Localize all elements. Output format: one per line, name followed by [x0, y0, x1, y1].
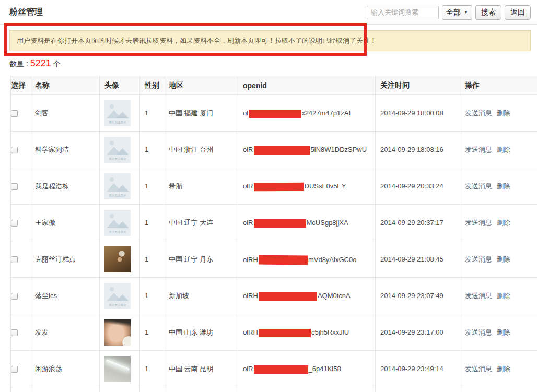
table-row: 克丽丝汀糕点 图片无法显示 1 中国 辽宁 丹东 olRHmVd8yAixGC0… [11, 241, 537, 278]
svg-text:图片无法显示: 图片无法显示 [109, 157, 127, 161]
delete-link[interactable]: 删除 [497, 365, 510, 373]
notice-bar: 用户资料是在你打开本页面的时候才去腾讯拉取资料，如果资料不全，刷新本页即可！拉取… [9, 30, 531, 51]
follow-time: 2014-09-29 18:00:08 [380, 109, 443, 117]
openid-suffix: mVd8yAixGC0o [308, 256, 356, 264]
svg-text:图片无法显示: 图片无法显示 [109, 230, 127, 234]
fan-count-unit: 个 [53, 60, 61, 69]
select-cell [11, 205, 30, 241]
follow-time: 2014-09-29 18:08:16 [380, 146, 443, 153]
table-row: 我是程浩栋 图片无法显示 1 希腊 olRDUSsF0v5EY 2014-09-… [11, 168, 537, 205]
avatar: 图片无法显示 [104, 210, 131, 236]
delete-link[interactable]: 删除 [497, 182, 510, 190]
table-row: 闲游浪荡 图片无法显示 1 中国 云南 昆明 olR_6p41Ki58 2014… [11, 351, 537, 387]
chevron-down-icon: ▼ [464, 10, 468, 15]
fan-count-label: 数量 : [9, 60, 28, 69]
page-header: 粉丝管理 全部 ▼ 搜索 返回 [0, 0, 537, 25]
openid-prefix: olR [243, 219, 253, 227]
header-openid: openid [238, 76, 376, 95]
name-cell: 发发 [30, 314, 100, 351]
delete-link[interactable]: 删除 [497, 292, 510, 300]
gender-cell: 1 [140, 132, 164, 168]
openid-prefix: olRH [243, 292, 258, 300]
gender-cell: 1 [140, 168, 164, 205]
select-cell [11, 168, 30, 205]
send-message-link[interactable]: 发送消息 [465, 109, 492, 117]
follow-time: 2014-09-29 20:37:17 [380, 219, 443, 227]
fan-count-line: 数量 : 5221 个 [9, 58, 537, 69]
actions-cell: 发送消息 删除 [460, 314, 537, 351]
openid-prefix: olR [243, 182, 253, 190]
name-cell: 落尘lcs [30, 278, 100, 314]
delete-link[interactable]: 删除 [497, 109, 510, 117]
row-checkbox[interactable] [11, 110, 18, 117]
avatar: 图片无法显示 [104, 100, 131, 126]
page-title: 粉丝管理 [9, 7, 43, 18]
delete-link[interactable]: 删除 [497, 328, 510, 336]
actions-cell: 发送消息 删除 [460, 132, 537, 168]
delete-link[interactable]: 删除 [497, 255, 510, 263]
send-message-link[interactable]: 发送消息 [465, 182, 492, 190]
delete-link[interactable]: 删除 [497, 146, 510, 153]
gender-cell: 1 [140, 351, 164, 387]
follow-time: 2014-09-29 21:08:45 [380, 255, 443, 263]
row-checkbox[interactable] [11, 293, 18, 300]
openid-cell: olR5iN8W1DDzSPwU [238, 132, 376, 168]
name-cell: 克丽丝汀糕点 [30, 241, 100, 278]
row-checkbox[interactable] [11, 147, 18, 153]
broken-image-placeholder-icon: 图片无法显示 [104, 283, 131, 309]
back-button[interactable]: 返回 [505, 5, 531, 20]
openid-redaction-bar [249, 110, 301, 118]
follow-time-cell: 2014-09-29 20:33:24 [376, 168, 460, 205]
send-message-link[interactable]: 发送消息 [465, 328, 492, 336]
filter-select-value: 全部 [446, 8, 461, 17]
openid-cell: olRDUSsF0v5EY [238, 168, 376, 205]
send-message-link[interactable]: 发送消息 [465, 292, 492, 300]
row-checkbox[interactable] [11, 220, 18, 227]
header-region: 地区 [164, 76, 238, 95]
openid-redaction-bar [254, 365, 308, 374]
header-name: 名称 [30, 76, 100, 95]
actions-cell: 发送消息 删除 [460, 168, 537, 205]
send-message-link[interactable]: 发送消息 [465, 365, 492, 373]
send-message-link[interactable]: 发送消息 [465, 255, 492, 263]
svg-text:图片无法显示: 图片无法显示 [109, 194, 127, 197]
region-cell: 中国 福建 厦门 [164, 95, 238, 132]
avatar-cell: 图片无法显示 [100, 168, 140, 205]
select-cell [11, 95, 30, 132]
avatar-cell: 图片无法显示 [100, 132, 140, 168]
search-input[interactable] [367, 6, 439, 19]
follow-time: 2014-09-29 23:07:49 [380, 292, 443, 300]
gender-cell: 1 [140, 95, 164, 132]
notice-text: 用户资料是在你打开本页面的时候才去腾讯拉取资料，如果资料不全，刷新本页即可！拉取… [17, 36, 377, 45]
avatar-cell: 图片无法显示 [100, 278, 140, 314]
openid-cell: olRHmVd8yAixGC0o [238, 241, 376, 278]
send-message-link[interactable]: 发送消息 [465, 219, 492, 227]
follow-time-cell: 2014-09-29 21:08:45 [376, 241, 460, 278]
row-checkbox[interactable] [11, 329, 18, 336]
name-cell: 闲游浪荡 [30, 351, 100, 387]
avatar-cell: 图片无法显示 [100, 241, 140, 278]
row-checkbox[interactable] [11, 183, 18, 190]
avatar: 图片无法显示 [104, 319, 131, 346]
gender-cell: 1 [140, 241, 164, 278]
table-row: 科学家阿洁 图片无法显示 1 中国 浙江 台州 olR5iN8W1DDzSPwU… [11, 132, 537, 168]
actions-cell: 发送消息 删除 [460, 351, 537, 387]
follow-time: 2014-09-29 23:17:00 [380, 328, 443, 336]
filter-select[interactable]: 全部 ▼ [442, 5, 472, 20]
avatar-cell: 图片无法显示 [100, 351, 140, 387]
row-checkbox[interactable] [11, 256, 18, 263]
toolbar: 全部 ▼ 搜索 返回 [367, 5, 531, 20]
svg-text:图片无法显示: 图片无法显示 [109, 303, 127, 307]
delete-link[interactable]: 删除 [497, 219, 510, 227]
follow-time-cell: 2014-09-29 18:00:08 [376, 95, 460, 132]
send-message-link[interactable]: 发送消息 [465, 146, 492, 153]
follow-time-cell: 2014-09-29 23:17:00 [376, 314, 460, 351]
search-button[interactable]: 搜索 [475, 5, 501, 20]
openid-cell: olx2427m47p1zAI [238, 95, 376, 132]
select-cell [11, 278, 30, 314]
table-row: 剑客 图片无法显示 1 中国 福建 厦门 olx2427m47p1zAI 201… [11, 95, 537, 132]
follow-time-cell: 2014-09-29 18:08:16 [376, 132, 460, 168]
openid-prefix: olR [243, 146, 253, 153]
openid-suffix: x2427m47p1zAI [301, 109, 351, 117]
row-checkbox[interactable] [11, 366, 18, 373]
